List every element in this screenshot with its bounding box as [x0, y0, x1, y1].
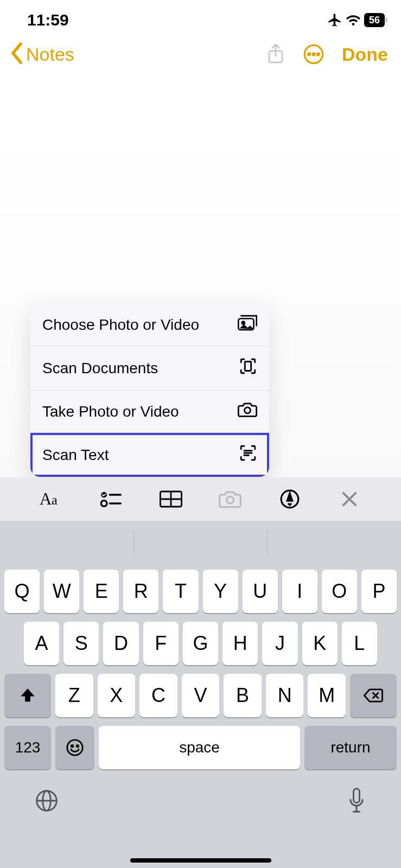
- key-f[interactable]: F: [143, 622, 179, 665]
- key-p[interactable]: P: [361, 570, 397, 613]
- key-r[interactable]: R: [123, 570, 158, 613]
- key-q[interactable]: Q: [4, 570, 40, 613]
- status-time: 11:59: [27, 11, 69, 29]
- menu-item-label: Choose Photo or Video: [42, 316, 199, 334]
- key-s[interactable]: S: [63, 622, 99, 665]
- keyboard-row-1: Q W E R T Y U I O P: [4, 570, 397, 613]
- airplane-mode-icon: [327, 12, 342, 28]
- key-i[interactable]: I: [282, 570, 317, 613]
- close-toolbar-button[interactable]: [336, 490, 362, 508]
- more-button[interactable]: [303, 43, 324, 65]
- keyboard: Q W E R T Y U I O P A S D F G H J K L Z …: [0, 564, 401, 868]
- scan-text-icon: [239, 444, 257, 466]
- key-emoji[interactable]: [55, 726, 94, 769]
- key-l[interactable]: L: [342, 622, 377, 665]
- menu-take-photo-video[interactable]: Take Photo or Video: [30, 391, 269, 433]
- key-w[interactable]: W: [44, 570, 79, 613]
- svg-point-3: [313, 53, 315, 55]
- camera-toolbar-button[interactable]: [217, 490, 243, 508]
- menu-scan-documents[interactable]: Scan Documents: [30, 346, 269, 391]
- svg-point-4: [317, 53, 319, 55]
- camera-icon: [238, 401, 257, 422]
- menu-scan-text[interactable]: Scan Text: [30, 433, 269, 477]
- key-b[interactable]: B: [224, 674, 262, 717]
- key-v[interactable]: V: [182, 674, 220, 717]
- key-numbers[interactable]: 123: [4, 726, 51, 769]
- svg-point-28: [71, 745, 73, 746]
- scan-document-icon: [239, 357, 257, 379]
- key-o[interactable]: O: [322, 570, 357, 613]
- svg-point-2: [308, 53, 310, 55]
- svg-point-16: [101, 501, 107, 507]
- key-space[interactable]: space: [99, 726, 300, 769]
- key-z[interactable]: Z: [55, 674, 93, 717]
- svg-rect-33: [353, 789, 359, 803]
- key-shift[interactable]: [4, 674, 51, 717]
- predictive-slot-1[interactable]: [0, 521, 133, 564]
- status-indicators: 56: [327, 12, 385, 28]
- key-a[interactable]: A: [24, 622, 59, 665]
- key-delete[interactable]: [350, 674, 397, 717]
- svg-point-8: [244, 407, 250, 413]
- svg-point-21: [227, 496, 234, 503]
- key-y[interactable]: Y: [203, 570, 238, 613]
- done-button[interactable]: Done: [342, 44, 388, 65]
- wifi-icon: [346, 14, 361, 27]
- navigation-bar: Notes Done: [0, 33, 401, 66]
- key-u[interactable]: U: [243, 570, 278, 613]
- key-e[interactable]: E: [84, 570, 119, 613]
- back-button[interactable]: Notes: [10, 42, 74, 66]
- key-k[interactable]: K: [302, 622, 338, 665]
- key-c[interactable]: C: [139, 674, 177, 717]
- key-m[interactable]: M: [308, 674, 346, 717]
- chevron-left-icon: [10, 42, 24, 66]
- status-bar: 11:59 56: [0, 0, 401, 33]
- key-j[interactable]: J: [262, 622, 297, 665]
- svg-text:A: A: [40, 490, 52, 508]
- key-t[interactable]: T: [163, 570, 198, 613]
- formatting-toolbar: Aa: [0, 477, 401, 521]
- svg-rect-7: [245, 362, 251, 371]
- svg-point-6: [242, 321, 245, 324]
- attachment-menu: Choose Photo or Video Scan Documents Tak…: [30, 304, 269, 477]
- menu-choose-photo-video[interactable]: Choose Photo or Video: [30, 304, 269, 346]
- share-button[interactable]: [266, 43, 285, 66]
- svg-point-27: [67, 740, 82, 755]
- keyboard-row-4: 123 space return: [4, 726, 397, 769]
- predictive-slot-2[interactable]: [134, 521, 268, 564]
- photo-library-icon: [238, 315, 257, 335]
- predictive-slot-3[interactable]: [268, 521, 401, 564]
- menu-item-label: Scan Text: [42, 446, 109, 464]
- keyboard-row-3: Z X C V B N M: [4, 674, 397, 717]
- back-label: Notes: [26, 44, 74, 65]
- dictation-button[interactable]: [347, 788, 366, 816]
- key-x[interactable]: X: [98, 674, 136, 717]
- markup-button[interactable]: [277, 489, 303, 509]
- key-d[interactable]: D: [103, 622, 138, 665]
- predictive-text-bar: [0, 521, 401, 564]
- globe-button[interactable]: [35, 789, 59, 815]
- key-g[interactable]: G: [183, 622, 218, 665]
- menu-item-label: Take Photo or Video: [42, 403, 179, 420]
- svg-text:a: a: [52, 493, 58, 507]
- home-indicator[interactable]: [130, 858, 271, 863]
- table-button[interactable]: [158, 490, 184, 508]
- battery-indicator: 56: [364, 13, 385, 27]
- text-style-button[interactable]: Aa: [39, 489, 65, 509]
- menu-item-label: Scan Documents: [42, 360, 158, 377]
- keyboard-row-2: A S D F G H J K L: [4, 622, 397, 665]
- svg-point-29: [77, 745, 78, 746]
- key-h[interactable]: H: [222, 622, 258, 665]
- key-n[interactable]: N: [266, 674, 304, 717]
- checklist-button[interactable]: [98, 490, 124, 508]
- key-return[interactable]: return: [304, 726, 397, 769]
